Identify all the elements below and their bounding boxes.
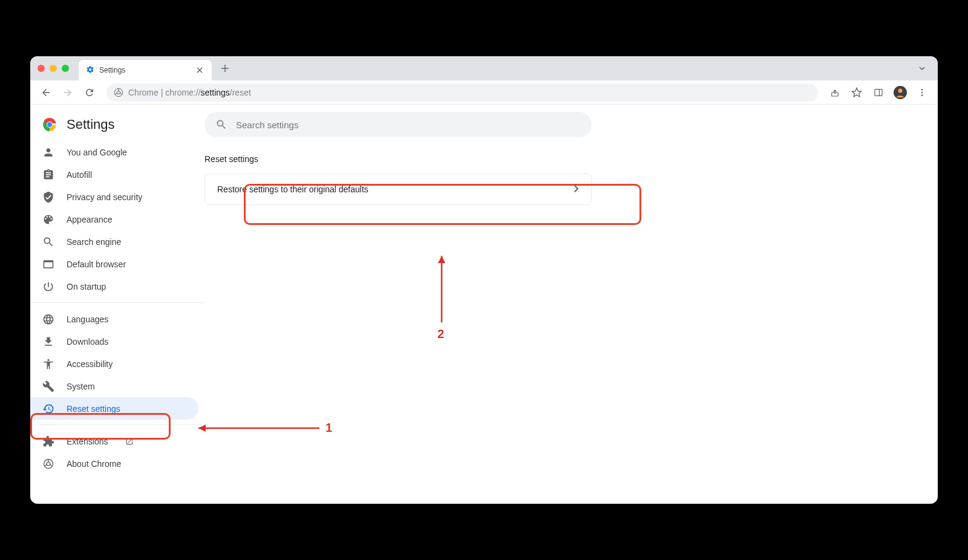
power-icon xyxy=(42,281,54,293)
globe-icon xyxy=(42,313,54,325)
maximize-window-button[interactable] xyxy=(62,65,69,72)
nav-privacy-security[interactable]: Privacy and security xyxy=(30,186,198,208)
nav-divider xyxy=(30,425,204,425)
nav-label: System xyxy=(67,382,95,391)
nav-label: Privacy and security xyxy=(67,192,142,202)
nav-on-startup[interactable]: On startup xyxy=(30,275,198,298)
browser-tab[interactable]: Settings xyxy=(79,60,212,80)
settings-main: Reset settings Restore settings to their… xyxy=(204,105,938,504)
settings-sidebar: Settings You and Google Autofill Privacy… xyxy=(30,105,204,504)
restore-icon xyxy=(42,403,54,415)
settings-gear-icon xyxy=(86,65,94,76)
nav-accessibility[interactable]: Accessibility xyxy=(30,353,198,375)
chrome-outline-icon xyxy=(42,458,54,470)
nav-label: On startup xyxy=(67,282,106,291)
nav-you-and-google[interactable]: You and Google xyxy=(30,141,198,163)
profile-avatar[interactable] xyxy=(891,83,910,102)
svg-point-6 xyxy=(898,88,903,93)
tab-list-dropdown[interactable] xyxy=(914,60,930,77)
share-button[interactable] xyxy=(825,83,845,102)
nav-divider xyxy=(30,302,204,303)
nav-autofill[interactable]: Autofill xyxy=(30,163,198,186)
nav-search-engine[interactable]: Search engine xyxy=(30,230,198,253)
restore-defaults-row[interactable]: Restore settings to their original defau… xyxy=(205,174,591,204)
nav-label: Reset settings xyxy=(67,404,120,414)
nav-label: Accessibility xyxy=(67,359,113,369)
svg-point-8 xyxy=(921,91,923,93)
download-icon xyxy=(42,336,54,348)
nav-group-3: Extensions About Chrome xyxy=(30,430,204,475)
address-bar[interactable]: Chrome | chrome://settings/reset xyxy=(106,83,818,102)
page-content: Settings You and Google Autofill Privacy… xyxy=(30,105,938,504)
nav-downloads[interactable]: Downloads xyxy=(30,330,198,353)
forward-button[interactable] xyxy=(58,83,77,102)
new-tab-button[interactable] xyxy=(217,60,234,77)
nav-label: Downloads xyxy=(67,337,108,347)
search-settings-input[interactable] xyxy=(236,120,581,130)
nav-default-browser[interactable]: Default browser xyxy=(30,253,198,275)
browser-window: Settings Chrome | chrome://settings/rese… xyxy=(30,56,938,504)
nav-group-2: Languages Downloads Accessibility System… xyxy=(30,308,204,420)
nav-about-chrome[interactable]: About Chrome xyxy=(30,452,198,475)
tab-title: Settings xyxy=(99,66,125,74)
nav-group-1: You and Google Autofill Privacy and secu… xyxy=(30,141,204,298)
svg-point-14 xyxy=(47,462,50,466)
close-tab-button[interactable] xyxy=(195,65,204,75)
search-icon xyxy=(215,119,227,131)
chevron-right-icon xyxy=(574,184,579,195)
url-text: Chrome | chrome://settings/reset xyxy=(128,88,251,97)
nav-label: About Chrome xyxy=(67,459,121,469)
shield-icon xyxy=(42,191,54,203)
nav-label: Languages xyxy=(67,314,108,324)
close-window-button[interactable] xyxy=(38,65,45,72)
section-title: Reset settings xyxy=(204,154,592,174)
external-link-icon xyxy=(125,437,134,446)
nav-label: Appearance xyxy=(67,215,113,224)
side-panel-button[interactable] xyxy=(869,83,888,102)
assignment-icon xyxy=(42,169,54,181)
window-controls xyxy=(38,65,69,72)
back-button[interactable] xyxy=(36,83,56,102)
minimize-window-button[interactable] xyxy=(50,65,57,72)
chrome-logo-icon xyxy=(42,117,57,132)
nav-label: Search engine xyxy=(67,237,121,247)
search-icon xyxy=(42,236,54,248)
tab-strip: Settings xyxy=(30,56,938,80)
nav-appearance[interactable]: Appearance xyxy=(30,208,198,230)
person-icon xyxy=(42,146,54,158)
svg-point-1 xyxy=(117,91,120,94)
reload-button[interactable] xyxy=(80,83,99,102)
palette-icon xyxy=(42,213,54,226)
wrench-icon xyxy=(42,380,54,392)
nav-label: Autofill xyxy=(67,170,92,180)
svg-point-12 xyxy=(47,122,52,127)
svg-rect-3 xyxy=(875,89,882,96)
nav-label: Default browser xyxy=(67,259,126,269)
navigation-toolbar: Chrome | chrome://settings/reset xyxy=(30,80,938,105)
extension-icon xyxy=(42,435,54,448)
svg-point-7 xyxy=(921,89,923,91)
chrome-icon xyxy=(114,88,123,97)
browser-icon xyxy=(42,258,54,270)
bookmark-button[interactable] xyxy=(847,83,866,102)
nav-reset-settings[interactable]: Reset settings xyxy=(30,397,198,420)
chrome-menu-button[interactable] xyxy=(912,83,932,102)
page-header: Settings xyxy=(30,112,204,141)
nav-extensions[interactable]: Extensions xyxy=(30,430,198,452)
search-settings-box[interactable] xyxy=(204,112,592,137)
page-title: Settings xyxy=(67,117,115,132)
accessibility-icon xyxy=(42,358,54,370)
nav-languages[interactable]: Languages xyxy=(30,308,198,330)
svg-point-9 xyxy=(921,94,923,96)
restore-defaults-label: Restore settings to their original defau… xyxy=(217,184,368,194)
nav-label: You and Google xyxy=(67,148,127,157)
nav-label: Extensions xyxy=(67,437,108,446)
nav-system[interactable]: System xyxy=(30,375,198,397)
reset-settings-card: Restore settings to their original defau… xyxy=(204,174,592,205)
